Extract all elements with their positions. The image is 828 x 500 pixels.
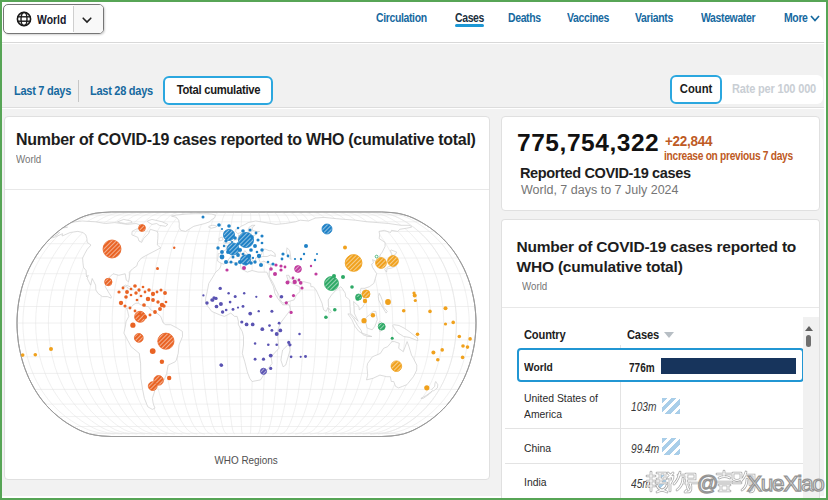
svg-text:@: @ — [697, 471, 718, 494]
svg-text:XueXiao: XueXiao — [747, 471, 824, 496]
